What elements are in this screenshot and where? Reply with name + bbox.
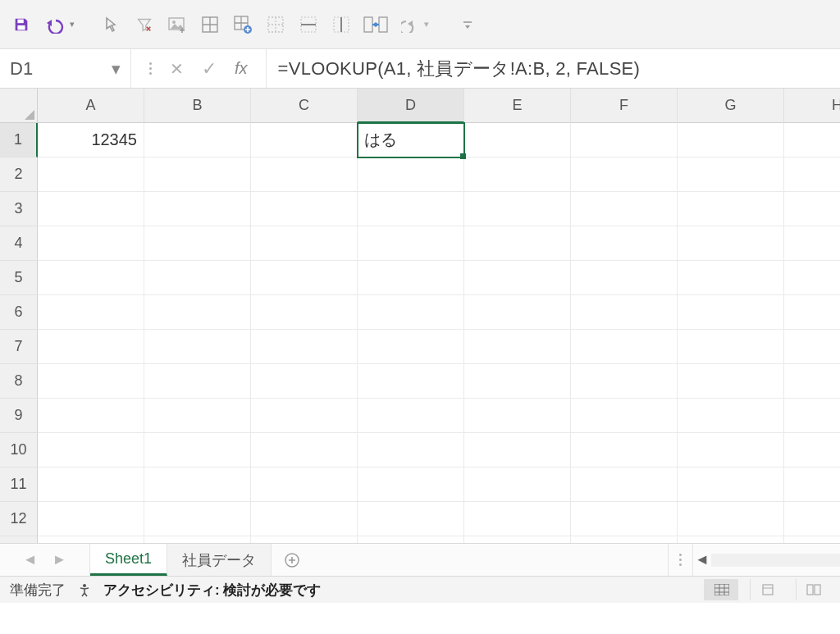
border-center-h-icon[interactable] bbox=[297, 13, 320, 36]
cell[interactable] bbox=[144, 536, 251, 544]
row-header[interactable]: 5 bbox=[0, 261, 38, 295]
sheet-tab[interactable]: Sheet1 bbox=[90, 544, 167, 576]
cell[interactable] bbox=[144, 433, 251, 468]
cell[interactable] bbox=[784, 295, 840, 330]
cell[interactable] bbox=[251, 261, 358, 295]
cell[interactable] bbox=[678, 226, 784, 261]
cell[interactable] bbox=[358, 226, 464, 261]
cell[interactable] bbox=[38, 364, 144, 399]
cell[interactable] bbox=[251, 433, 358, 468]
cell[interactable] bbox=[358, 295, 464, 330]
cell[interactable] bbox=[784, 123, 840, 157]
cell[interactable] bbox=[464, 295, 571, 330]
cell[interactable] bbox=[784, 261, 840, 295]
cell[interactable] bbox=[784, 226, 840, 261]
cell[interactable] bbox=[251, 330, 358, 364]
row-header[interactable]: 10 bbox=[0, 433, 38, 468]
cell[interactable] bbox=[358, 536, 464, 544]
cell[interactable] bbox=[358, 468, 464, 502]
cell[interactable] bbox=[464, 399, 571, 433]
cell[interactable] bbox=[38, 261, 144, 295]
cell[interactable] bbox=[38, 468, 144, 502]
picture-icon[interactable] bbox=[166, 13, 189, 36]
row-header[interactable]: 1 bbox=[0, 123, 38, 157]
cell[interactable] bbox=[358, 192, 464, 226]
cell[interactable] bbox=[571, 399, 678, 433]
cell[interactable] bbox=[464, 192, 571, 226]
row-header[interactable]: 3 bbox=[0, 192, 38, 226]
tabs-resize-handle[interactable] bbox=[668, 544, 692, 576]
cell[interactable] bbox=[358, 502, 464, 536]
cell[interactable] bbox=[251, 536, 358, 544]
cell[interactable] bbox=[678, 536, 784, 544]
cell[interactable] bbox=[251, 157, 358, 192]
cell[interactable] bbox=[784, 157, 840, 192]
cell[interactable] bbox=[571, 226, 678, 261]
pointer-icon[interactable] bbox=[100, 13, 123, 36]
cell[interactable] bbox=[251, 226, 358, 261]
row-header[interactable]: 2 bbox=[0, 157, 38, 192]
row-header[interactable]: 11 bbox=[0, 468, 38, 502]
fx-icon[interactable]: fx bbox=[235, 59, 248, 78]
tab-prev-icon[interactable]: ◄ bbox=[23, 551, 38, 568]
cell[interactable] bbox=[358, 399, 464, 433]
cell[interactable] bbox=[571, 192, 678, 226]
accessibility-icon[interactable] bbox=[77, 582, 92, 597]
cell[interactable] bbox=[784, 364, 840, 399]
cell[interactable] bbox=[678, 433, 784, 468]
cell[interactable] bbox=[678, 502, 784, 536]
cell[interactable] bbox=[678, 330, 784, 364]
cell[interactable]: はる bbox=[358, 123, 464, 157]
cell[interactable] bbox=[784, 468, 840, 502]
accessibility-status[interactable]: アクセシビリティ: 検討が必要です bbox=[103, 581, 321, 600]
cell[interactable] bbox=[144, 123, 251, 157]
cell[interactable] bbox=[358, 157, 464, 192]
cell[interactable] bbox=[144, 364, 251, 399]
cell[interactable] bbox=[358, 261, 464, 295]
cell[interactable] bbox=[38, 330, 144, 364]
accept-icon[interactable]: ✓ bbox=[202, 58, 217, 80]
cell[interactable] bbox=[38, 399, 144, 433]
cell[interactable] bbox=[358, 364, 464, 399]
cell[interactable] bbox=[464, 502, 571, 536]
cell[interactable] bbox=[144, 330, 251, 364]
cell[interactable] bbox=[571, 536, 678, 544]
cell[interactable] bbox=[251, 295, 358, 330]
undo-icon[interactable]: ▾ bbox=[43, 13, 75, 36]
cell[interactable] bbox=[464, 536, 571, 544]
row-header[interactable]: 6 bbox=[0, 295, 38, 330]
cell[interactable] bbox=[144, 502, 251, 536]
sheet-tab[interactable]: 社員データ bbox=[167, 544, 272, 576]
cell[interactable] bbox=[571, 433, 678, 468]
cell[interactable] bbox=[784, 192, 840, 226]
row-header[interactable]: 8 bbox=[0, 364, 38, 399]
border-dash-icon[interactable] bbox=[264, 13, 287, 36]
scroll-track[interactable] bbox=[711, 554, 840, 567]
cell[interactable] bbox=[678, 123, 784, 157]
cell[interactable] bbox=[784, 502, 840, 536]
row-header[interactable]: 9 bbox=[0, 399, 38, 433]
cell[interactable] bbox=[678, 364, 784, 399]
save-icon[interactable] bbox=[10, 13, 33, 36]
cell[interactable] bbox=[571, 123, 678, 157]
cell[interactable] bbox=[571, 468, 678, 502]
cell[interactable] bbox=[251, 192, 358, 226]
border-center-v-icon[interactable] bbox=[330, 13, 353, 36]
cell[interactable] bbox=[358, 433, 464, 468]
cell[interactable] bbox=[251, 399, 358, 433]
add-sheet-button[interactable] bbox=[272, 544, 313, 576]
cell[interactable] bbox=[464, 157, 571, 192]
cell[interactable] bbox=[571, 261, 678, 295]
name-box[interactable]: D1 ▾ bbox=[0, 49, 131, 89]
cell[interactable] bbox=[38, 295, 144, 330]
cell[interactable] bbox=[38, 536, 144, 544]
cell[interactable] bbox=[38, 433, 144, 468]
column-header[interactable]: G bbox=[678, 89, 784, 123]
column-header[interactable]: C bbox=[251, 89, 358, 123]
chevron-down-icon[interactable]: ▾ bbox=[112, 59, 121, 79]
cell[interactable] bbox=[251, 123, 358, 157]
worksheet-grid[interactable]: ABCDEFGH112345はる2345678910111213 bbox=[0, 89, 840, 544]
drag-handle-icon[interactable] bbox=[149, 62, 152, 75]
cancel-icon[interactable]: ✕ bbox=[170, 59, 184, 79]
cell[interactable] bbox=[251, 502, 358, 536]
